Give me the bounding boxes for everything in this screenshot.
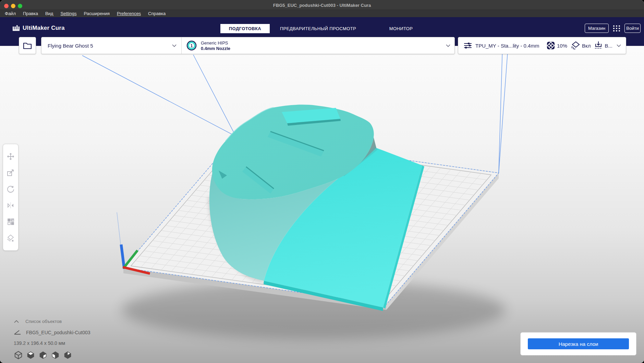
view-3d-button[interactable] [14,351,23,360]
view-left-button[interactable] [51,351,60,360]
menu-view[interactable]: Вид [45,11,53,16]
nozzle-size: 0.4mm Nozzle [201,46,230,51]
apps-grid-icon[interactable] [612,25,621,32]
object-item-icon [14,329,21,336]
titlebar: FBG5_EUC_podushki-Cut003 - UltiMaker Cur… [0,0,644,10]
extruder-1-icon: 1 [186,40,197,51]
menubar: Файл Правка Вид Settings Расширения Pref… [0,10,644,17]
tab-monitor[interactable]: МОНИТОР [381,24,421,33]
collapse-chevron-icon[interactable] [14,320,19,323]
marketplace-button[interactable]: Магазин [585,24,609,33]
view-front-button[interactable] [26,351,35,360]
slice-panel: Нарезка на слои [520,332,636,355]
sign-in-button[interactable]: Войти [624,24,641,33]
object-list-item[interactable]: FBG5_EUC_podushki-Cut003 [14,329,90,336]
scale-icon [7,168,15,177]
chevron-down-icon [446,44,450,47]
tab-prepare[interactable]: ПОДГОТОВКА [220,24,270,33]
axis-z [121,246,124,267]
open-file-button[interactable] [19,37,36,54]
folder-icon [23,41,32,50]
per-model-settings-icon [7,217,15,226]
rotate-icon [7,185,15,193]
move-icon [7,152,15,161]
per-model-settings-button[interactable] [5,216,16,227]
support-icon [571,41,580,50]
print-profile-label: TPU_MY - Sta...lity - 0.4mm [475,43,539,49]
viewport-3d[interactable]: Список объектов FBG5_EUC_podushki-Cut003… [0,46,644,363]
print-settings-selector[interactable]: TPU_MY - Sta...lity - 0.4mm 10% Вкл В... [458,37,626,54]
printer-name: Flying Bear Ghost 5 [48,43,93,49]
menu-settings[interactable]: Settings [60,11,76,16]
infill-icon [547,41,555,50]
menu-extensions[interactable]: Расширения [84,11,110,16]
sliders-icon [464,41,472,50]
ultimaker-logo-icon [12,25,20,32]
material-selector[interactable]: 1 Generic HIPS 0.4mm Nozzle [182,37,454,54]
mirror-tool-button[interactable] [5,200,16,211]
move-tool-button[interactable] [5,151,16,162]
slice-button[interactable]: Нарезка на слои [528,338,629,349]
material-name: Generic HIPS [201,40,230,46]
app-logo: UltiMaker Cura [12,25,65,32]
menu-edit[interactable]: Правка [23,11,38,16]
object-dimensions: 139.2 x 196.4 x 50.0 мм [14,340,90,346]
app-logo-text: UltiMaker Cura [23,25,65,32]
support-blocker-button[interactable] [5,233,16,243]
svg-text:1: 1 [191,43,193,48]
configuration-bar: Flying Bear Ghost 5 1 Generic HIPS 0.4mm… [41,37,455,54]
scene-3d[interactable] [0,46,644,363]
menu-preferences[interactable]: Preferences [117,11,141,16]
rotate-tool-button[interactable] [5,184,16,194]
scale-tool-button[interactable] [5,167,16,178]
view-top-button[interactable] [38,351,48,360]
object-list: Список объектов FBG5_EUC_podushki-Cut003… [14,319,90,360]
tab-preview[interactable]: ПРЕДВАРИТЕЛЬНЫЙ ПРОСМОТР [275,24,361,33]
support-blocker-icon [7,234,15,242]
printer-selector[interactable]: Flying Bear Ghost 5 [41,37,181,54]
window-title: FBG5_EUC_podushki-Cut003 - UltiMaker Cur… [0,3,644,8]
object-list-title: Список объектов [25,319,62,324]
infill-value: 10% [557,43,567,49]
chevron-down-icon [617,44,621,47]
adhesion-value: В... [605,43,612,49]
object-item-name: FBG5_EUC_podushki-Cut003 [26,330,90,335]
mirror-icon [7,201,15,210]
menu-help[interactable]: Справка [148,11,166,16]
support-value: Вкл [582,43,591,49]
app-window: FBG5_EUC_podushki-Cut003 - UltiMaker Cur… [0,0,644,363]
menu-file[interactable]: Файл [5,11,16,16]
view-right-button[interactable] [63,351,72,360]
adhesion-icon [594,41,603,50]
tool-palette [3,144,19,251]
chevron-down-icon [172,44,177,47]
